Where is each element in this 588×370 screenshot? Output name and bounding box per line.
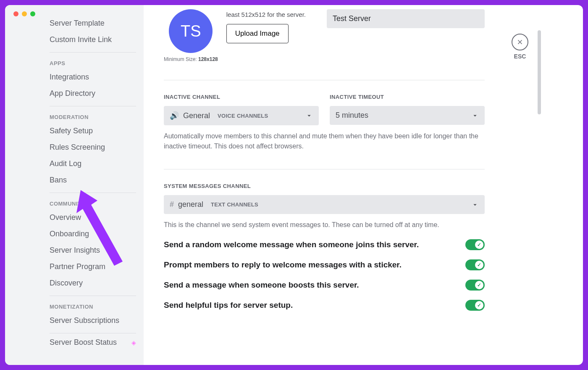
scroll-thumb[interactable] <box>538 30 541 114</box>
close-icon <box>516 38 524 46</box>
server-avatar[interactable]: TS <box>169 9 213 53</box>
select-subtext: VOICE CHANNELS <box>218 113 268 119</box>
check-icon: ✓ <box>475 240 483 249</box>
settings-sidebar: Server Template Custom Invite Link APPS … <box>5 5 144 365</box>
toggle-welcome[interactable]: ✓ <box>465 239 485 250</box>
server-name-input[interactable] <box>327 9 485 28</box>
divider <box>164 80 485 80</box>
system-messages-select[interactable]: # general TEXT CHANNELS <box>164 195 485 214</box>
chevron-down-icon <box>305 112 313 119</box>
inactive-channel-label: INACTIVE CHANNEL <box>164 94 319 100</box>
min-size-note: Minimum Size: 128x128 <box>164 56 218 62</box>
window-maximize-icon[interactable] <box>30 11 35 16</box>
sidebar-item-label: Server Boost Status <box>50 338 117 347</box>
sidebar-item-discovery[interactable]: Discovery <box>50 275 136 291</box>
select-value: General <box>183 111 210 120</box>
boost-icon: ◈ <box>131 339 136 346</box>
sidebar-item-server-template[interactable]: Server Template <box>50 15 136 32</box>
sidebar-item-bans[interactable]: Bans <box>50 172 136 188</box>
sidebar-header-apps: APPS <box>50 53 136 69</box>
divider <box>50 333 136 333</box>
chevron-down-icon <box>471 201 479 209</box>
sidebar-header-moderation: MODERATION <box>50 107 136 123</box>
sidebar-item-safety-setup[interactable]: Safety Setup <box>50 123 136 139</box>
toggle-boost[interactable]: ✓ <box>465 280 485 291</box>
divider <box>50 52 136 53</box>
toggle-sticker[interactable]: ✓ <box>465 259 485 270</box>
sidebar-item-overview[interactable]: Overview <box>50 209 136 226</box>
toggle-row-tips: Send helpful tips for server setup. ✓ <box>164 300 485 311</box>
inactive-channel-select[interactable]: 🔊 General VOICE CHANNELS <box>164 106 319 125</box>
sidebar-header-community: COMMUNITY <box>50 194 136 209</box>
divider <box>164 169 485 169</box>
check-icon: ✓ <box>475 281 483 289</box>
sidebar-item-integrations[interactable]: Integrations <box>50 69 136 85</box>
divider <box>50 296 136 296</box>
system-messages-label: SYSTEM MESSAGES CHANNEL <box>164 183 485 189</box>
select-value: 5 minutes <box>336 111 368 120</box>
window-close-icon[interactable] <box>13 11 18 16</box>
sidebar-item-server-subscriptions[interactable]: Server Subscriptions <box>50 312 136 329</box>
sidebar-header-monetization: MONETIZATION <box>50 297 136 312</box>
content-area: TS Minimum Size: 128x128 least 512x512 f… <box>144 5 583 365</box>
app-window: Server Template Custom Invite Link APPS … <box>5 5 583 365</box>
window-minimize-icon[interactable] <box>22 11 27 16</box>
sidebar-item-server-insights[interactable]: Server Insights <box>50 242 136 259</box>
esc-label: ESC <box>505 53 535 60</box>
sidebar-item-partner-program[interactable]: Partner Program <box>50 259 136 275</box>
inactive-help-text: Automatically move members to this chann… <box>164 131 485 151</box>
hash-icon: # <box>170 200 174 209</box>
toggle-row-boost: Send a message when someone boosts this … <box>164 280 485 291</box>
sidebar-item-onboarding[interactable]: Onboarding <box>50 226 136 242</box>
toggle-row-sticker: Prompt members to reply to welcome messa… <box>164 259 485 270</box>
inactive-timeout-select[interactable]: 5 minutes <box>330 106 485 125</box>
divider <box>50 193 136 193</box>
select-subtext: TEXT CHANNELS <box>211 201 258 208</box>
sidebar-item-rules-screening[interactable]: Rules Screening <box>50 139 136 156</box>
toggle-label: Send helpful tips for server setup. <box>164 301 293 310</box>
speaker-icon: 🔊 <box>170 111 179 120</box>
sidebar-item-server-boost-status[interactable]: Server Boost Status ◈ <box>50 334 136 351</box>
chevron-down-icon <box>471 112 479 119</box>
toggle-row-welcome: Send a random welcome message when someo… <box>164 239 485 250</box>
scrollbar[interactable] <box>538 9 541 361</box>
toggle-label: Send a message when someone boosts this … <box>164 280 359 290</box>
close-settings-button[interactable] <box>512 34 528 50</box>
sidebar-item-app-directory[interactable]: App Directory <box>50 85 136 102</box>
toggle-label: Prompt members to reply to welcome messa… <box>164 260 402 270</box>
check-icon: ✓ <box>475 261 483 269</box>
upload-image-button[interactable]: Upload Image <box>226 24 289 43</box>
divider <box>50 106 136 106</box>
inactive-timeout-label: INACTIVE TIMEOUT <box>330 94 485 100</box>
titlebar <box>8 8 41 20</box>
size-recommendation: least 512x512 for the server. <box>226 11 306 18</box>
select-value: general <box>178 200 203 209</box>
sidebar-item-custom-invite-link[interactable]: Custom Invite Link <box>50 32 136 48</box>
system-help-text: This is the channel we send system event… <box>164 220 485 230</box>
toggle-tips[interactable]: ✓ <box>465 300 485 311</box>
toggle-label: Send a random welcome message when someo… <box>164 240 419 249</box>
sidebar-item-audit-log[interactable]: Audit Log <box>50 156 136 172</box>
check-icon: ✓ <box>475 301 483 309</box>
